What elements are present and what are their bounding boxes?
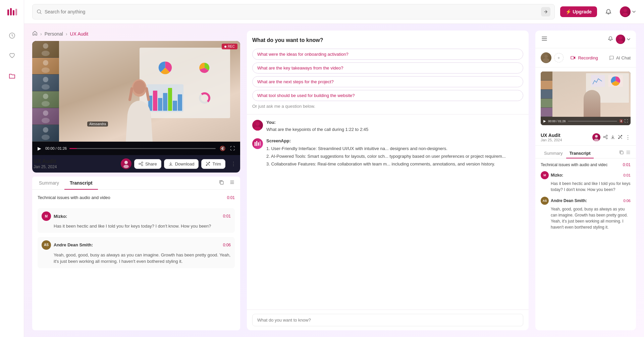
svg-point-28 [142, 162, 143, 163]
participant-6 [32, 125, 59, 142]
rp-main-area [552, 71, 631, 117]
speaker-time-andre: 0:06 [223, 243, 231, 247]
trim-button[interactable]: Trim [201, 159, 225, 169]
rp-trim-button[interactable] [618, 135, 623, 140]
video-user-avatar [121, 158, 131, 169]
breadcrumb-home[interactable] [32, 31, 38, 37]
rp-speaker-block-mizko: M Mizko: 0:01 Has it been hectic and lik… [541, 171, 631, 193]
rp-transcript-content: Technical issues with audio and videc 0:… [535, 158, 636, 330]
rp-pt-2 [541, 81, 552, 90]
svg-rect-2 [13, 10, 14, 15]
rp-speaker-text-mizko: Has it been hectic and like I told you f… [541, 181, 631, 193]
svg-point-14 [43, 94, 48, 99]
rp-notification-button[interactable] [608, 36, 613, 43]
rp-speaker-text-andre: Yeah, good, good, busy as always as you … [541, 206, 631, 230]
svg-rect-36 [255, 142, 256, 146]
search-container [32, 4, 555, 19]
sidebar-item-folders[interactable] [6, 70, 18, 82]
rp-meta-text: UX Audit Jan 25, 2024 [541, 133, 590, 142]
sidebar-item-history[interactable] [6, 30, 18, 42]
svg-point-49 [594, 139, 599, 141]
rp-video-preview[interactable]: ▶ 00:00 / 01:26 🔇 ⛶ [541, 71, 631, 125]
play-button[interactable]: ▶ [36, 145, 43, 152]
rp-tab-recording[interactable]: Recording [571, 55, 598, 60]
volume-button[interactable]: 🔇 [218, 145, 227, 152]
rp-copy-button[interactable] [619, 150, 624, 156]
rp-menu-button[interactable] [541, 35, 548, 44]
svg-point-7 [623, 13, 628, 16]
share-button[interactable]: Share [134, 159, 161, 169]
svg-rect-0 [7, 9, 9, 15]
rp-speaker-header-andre: AS Andre Dean Smith: 0:06 [541, 197, 631, 205]
ai-chat-header: What do you want to know? What were the … [247, 31, 529, 114]
page-layout: › Personal › UX Audit [24, 24, 644, 337]
tab-transcript[interactable]: Transcript [64, 177, 98, 190]
presenter-name-tag: Alessandra [87, 122, 108, 127]
rp-meta-avatar [592, 133, 600, 141]
rp-fullscreen-button[interactable]: ⛶ [625, 119, 628, 123]
rp-more-button[interactable]: ⋮ [625, 134, 631, 141]
participant-3 [32, 75, 59, 91]
participant-1 [32, 41, 59, 58]
rp-play-button[interactable]: ▶ [543, 119, 546, 123]
copy-button[interactable] [217, 178, 225, 188]
rp-speaker-avatar-andre: AS [541, 197, 549, 205]
rp-section-header: Technical issues with audio and videc 0:… [541, 162, 631, 167]
notification-button[interactable] [602, 6, 614, 18]
rp-video-avatar [541, 52, 551, 63]
progress-fill [69, 148, 77, 149]
rp-meta: UX Audit Jan 25, 2024 [535, 129, 636, 146]
response-item-1: 1. User-Friendly Interface: Streamlined … [266, 145, 506, 152]
response-item-2: 2. AI-Powered Tools: Smart suggestions f… [266, 152, 506, 160]
suggestion-chip-3[interactable]: What are the next steps for the project? [252, 76, 523, 87]
more-options-button[interactable]: ⋮ [228, 158, 239, 169]
speaker-name-andre: Andre Dean Smith: [54, 242, 220, 247]
breadcrumb: › Personal › UX Audit [32, 31, 240, 37]
svg-point-26 [124, 161, 128, 164]
transcript-panel: Summary Transcript [32, 177, 240, 330]
speaker-avatar-andre: AS [42, 240, 51, 250]
rp-tab-aichat[interactable]: AI Chat [609, 55, 631, 60]
rp-tab-transcript[interactable]: Transcript [566, 149, 594, 158]
search-send-button[interactable] [541, 7, 550, 16]
rp-add-user-button[interactable]: + [554, 53, 564, 62]
breadcrumb-personal[interactable]: Personal [45, 31, 63, 37]
suggestion-chip-4[interactable]: What tool should be used for building th… [252, 90, 523, 101]
suggestion-chip-2[interactable]: What are the key takeaways from the vide… [252, 62, 523, 74]
sidebar-item-favorites[interactable] [6, 50, 18, 62]
rp-pt-4 [541, 99, 552, 108]
list-view-button[interactable] [228, 178, 236, 188]
fullscreen-button[interactable]: ⛶ [229, 145, 236, 152]
video-player[interactable]: Alessandra REC ▶ 00:00 / 01:26 [32, 41, 240, 155]
rp-share-button[interactable] [603, 135, 608, 140]
left-panel: › Personal › UX Audit [32, 31, 240, 330]
rp-meta-actions: ⋮ [603, 134, 631, 141]
rp-tab-summary[interactable]: Summary [541, 149, 566, 158]
rp-list-button[interactable] [626, 150, 631, 156]
rp-pt-5 [541, 108, 552, 117]
rp-recording-label: Recording [578, 55, 598, 60]
chevron-down-icon [632, 10, 636, 14]
sidebar [0, 0, 24, 337]
rp-avatar-area[interactable] [616, 35, 631, 44]
suggestion-chip-1[interactable]: What were the ideas for onboarding activ… [252, 49, 523, 60]
rp-download-button[interactable] [610, 135, 615, 140]
svg-point-42 [544, 55, 548, 58]
rp-progress-bar[interactable] [568, 121, 617, 122]
upgrade-button[interactable]: ⚡ Upgrade [560, 6, 597, 17]
search-input[interactable] [45, 9, 538, 14]
download-label: Download [175, 161, 195, 166]
rp-volume-button[interactable]: 🔇 [619, 119, 623, 123]
rp-aichat-label: AI Chat [616, 55, 631, 60]
tabs-bar: Summary Transcript [32, 177, 240, 190]
chat-input[interactable] [252, 314, 523, 326]
rp-participants-strip [541, 71, 552, 117]
progress-bar[interactable] [69, 148, 216, 149]
speaker-time-mizko: 0:01 [223, 214, 231, 219]
user-menu-button[interactable] [620, 6, 636, 17]
svg-rect-33 [220, 181, 223, 184]
download-button[interactable]: Download [164, 159, 199, 169]
app-logo[interactable] [5, 5, 19, 19]
tab-summary[interactable]: Summary [34, 177, 64, 190]
svg-point-34 [256, 122, 260, 126]
